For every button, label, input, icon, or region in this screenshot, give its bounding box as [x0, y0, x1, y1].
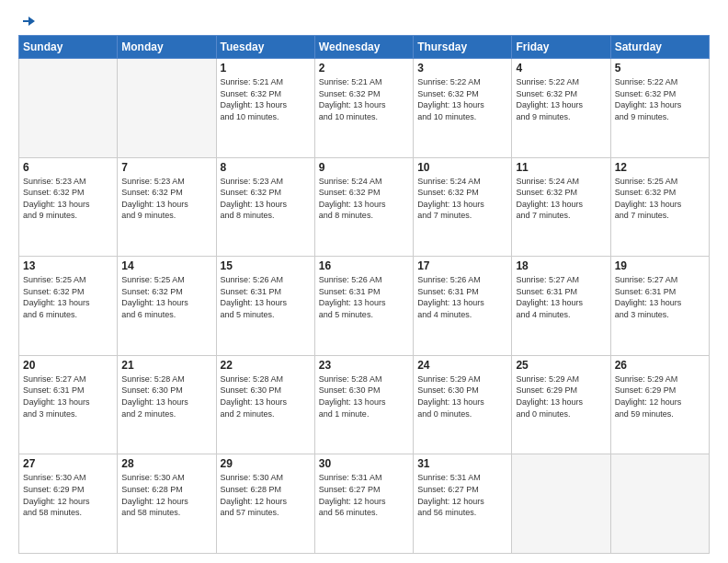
calendar-cell: 15Sunrise: 5:26 AM Sunset: 6:31 PM Dayli… — [216, 257, 314, 356]
weekday-header-row: SundayMondayTuesdayWednesdayThursdayFrid… — [19, 36, 710, 59]
calendar-cell: 7Sunrise: 5:23 AM Sunset: 6:32 PM Daylig… — [118, 157, 216, 257]
day-info: Sunrise: 5:31 AM Sunset: 6:27 PM Dayligh… — [319, 472, 409, 518]
calendar-cell: 28Sunrise: 5:30 AM Sunset: 6:28 PM Dayli… — [118, 454, 216, 554]
calendar-cell: 8Sunrise: 5:23 AM Sunset: 6:32 PM Daylig… — [216, 157, 314, 257]
calendar-cell: 13Sunrise: 5:25 AM Sunset: 6:32 PM Dayli… — [19, 257, 118, 356]
day-info: Sunrise: 5:22 AM Sunset: 6:32 PM Dayligh… — [615, 76, 705, 122]
calendar-cell: 4Sunrise: 5:22 AM Sunset: 6:32 PM Daylig… — [512, 59, 610, 158]
weekday-header: Monday — [118, 36, 216, 59]
day-number: 13 — [23, 259, 113, 272]
day-number: 31 — [417, 457, 507, 470]
day-number: 19 — [615, 259, 705, 272]
day-info: Sunrise: 5:24 AM Sunset: 6:32 PM Dayligh… — [319, 176, 409, 222]
calendar-cell — [610, 454, 709, 554]
day-number: 27 — [23, 457, 113, 470]
day-info: Sunrise: 5:28 AM Sunset: 6:30 PM Dayligh… — [121, 373, 211, 419]
calendar-cell: 2Sunrise: 5:21 AM Sunset: 6:32 PM Daylig… — [314, 59, 413, 158]
day-number: 9 — [319, 161, 409, 174]
day-info: Sunrise: 5:30 AM Sunset: 6:29 PM Dayligh… — [23, 472, 113, 518]
day-info: Sunrise: 5:23 AM Sunset: 6:32 PM Dayligh… — [121, 176, 211, 222]
day-number: 30 — [319, 457, 409, 470]
calendar-cell: 14Sunrise: 5:25 AM Sunset: 6:32 PM Dayli… — [118, 257, 216, 356]
calendar-cell: 19Sunrise: 5:27 AM Sunset: 6:31 PM Dayli… — [610, 257, 709, 356]
calendar-cell: 17Sunrise: 5:26 AM Sunset: 6:31 PM Dayli… — [414, 257, 512, 356]
day-info: Sunrise: 5:28 AM Sunset: 6:30 PM Dayligh… — [319, 373, 409, 419]
calendar-cell: 1Sunrise: 5:21 AM Sunset: 6:32 PM Daylig… — [216, 59, 314, 158]
day-info: Sunrise: 5:26 AM Sunset: 6:31 PM Dayligh… — [319, 274, 409, 320]
logo-flag-icon — [20, 15, 37, 31]
day-number: 3 — [417, 62, 507, 75]
calendar-week-row: 6Sunrise: 5:23 AM Sunset: 6:32 PM Daylig… — [19, 157, 710, 257]
calendar-cell: 5Sunrise: 5:22 AM Sunset: 6:32 PM Daylig… — [610, 59, 709, 158]
calendar-cell: 22Sunrise: 5:28 AM Sunset: 6:30 PM Dayli… — [216, 355, 314, 454]
day-info: Sunrise: 5:25 AM Sunset: 6:32 PM Dayligh… — [23, 274, 113, 320]
calendar-week-row: 27Sunrise: 5:30 AM Sunset: 6:29 PM Dayli… — [19, 454, 710, 554]
calendar-cell: 30Sunrise: 5:31 AM Sunset: 6:27 PM Dayli… — [314, 454, 413, 554]
day-info: Sunrise: 5:24 AM Sunset: 6:32 PM Dayligh… — [417, 176, 507, 222]
calendar-week-row: 1Sunrise: 5:21 AM Sunset: 6:32 PM Daylig… — [19, 59, 710, 158]
day-info: Sunrise: 5:27 AM Sunset: 6:31 PM Dayligh… — [615, 274, 705, 320]
day-number: 23 — [319, 359, 409, 372]
day-info: Sunrise: 5:23 AM Sunset: 6:32 PM Dayligh… — [23, 176, 113, 222]
day-number: 7 — [121, 161, 211, 174]
calendar-cell: 9Sunrise: 5:24 AM Sunset: 6:32 PM Daylig… — [314, 157, 413, 257]
day-info: Sunrise: 5:27 AM Sunset: 6:31 PM Dayligh… — [516, 274, 606, 320]
day-info: Sunrise: 5:22 AM Sunset: 6:32 PM Dayligh… — [516, 76, 606, 122]
day-number: 11 — [516, 161, 606, 174]
day-info: Sunrise: 5:29 AM Sunset: 6:29 PM Dayligh… — [516, 373, 606, 419]
day-number: 1 — [221, 62, 311, 75]
calendar-cell: 3Sunrise: 5:22 AM Sunset: 6:32 PM Daylig… — [414, 59, 512, 158]
calendar-cell: 23Sunrise: 5:28 AM Sunset: 6:30 PM Dayli… — [314, 355, 413, 454]
weekday-header: Friday — [512, 36, 610, 59]
calendar-cell: 31Sunrise: 5:31 AM Sunset: 6:27 PM Dayli… — [414, 454, 512, 554]
calendar-cell — [512, 454, 610, 554]
day-number: 12 — [615, 161, 705, 174]
day-number: 17 — [417, 259, 507, 272]
day-info: Sunrise: 5:21 AM Sunset: 6:32 PM Dayligh… — [221, 76, 311, 122]
day-number: 28 — [121, 457, 211, 470]
day-info: Sunrise: 5:27 AM Sunset: 6:31 PM Dayligh… — [23, 373, 113, 419]
day-number: 5 — [615, 62, 705, 75]
day-info: Sunrise: 5:28 AM Sunset: 6:30 PM Dayligh… — [221, 373, 311, 419]
day-number: 2 — [319, 62, 409, 75]
calendar-cell: 12Sunrise: 5:25 AM Sunset: 6:32 PM Dayli… — [610, 157, 709, 257]
calendar-cell: 27Sunrise: 5:30 AM Sunset: 6:29 PM Dayli… — [19, 454, 118, 554]
day-number: 20 — [23, 359, 113, 372]
day-number: 14 — [121, 259, 211, 272]
day-number: 8 — [221, 161, 311, 174]
day-number: 4 — [516, 62, 606, 75]
page: SundayMondayTuesdayWednesdayThursdayFrid… — [0, 0, 728, 563]
day-number: 6 — [23, 161, 113, 174]
calendar-cell: 18Sunrise: 5:27 AM Sunset: 6:31 PM Dayli… — [512, 257, 610, 356]
calendar-cell: 6Sunrise: 5:23 AM Sunset: 6:32 PM Daylig… — [19, 157, 118, 257]
day-info: Sunrise: 5:26 AM Sunset: 6:31 PM Dayligh… — [417, 274, 507, 320]
day-number: 15 — [221, 259, 311, 272]
calendar-cell: 26Sunrise: 5:29 AM Sunset: 6:29 PM Dayli… — [610, 355, 709, 454]
weekday-header: Wednesday — [314, 36, 413, 59]
day-info: Sunrise: 5:25 AM Sunset: 6:32 PM Dayligh… — [615, 176, 705, 222]
calendar-cell: 16Sunrise: 5:26 AM Sunset: 6:31 PM Dayli… — [314, 257, 413, 356]
calendar-cell: 24Sunrise: 5:29 AM Sunset: 6:30 PM Dayli… — [414, 355, 512, 454]
day-number: 29 — [221, 457, 311, 470]
calendar-cell: 25Sunrise: 5:29 AM Sunset: 6:29 PM Dayli… — [512, 355, 610, 454]
day-number: 10 — [417, 161, 507, 174]
day-info: Sunrise: 5:29 AM Sunset: 6:29 PM Dayligh… — [615, 373, 705, 419]
day-info: Sunrise: 5:26 AM Sunset: 6:31 PM Dayligh… — [221, 274, 311, 320]
weekday-header: Thursday — [414, 36, 512, 59]
calendar-cell: 10Sunrise: 5:24 AM Sunset: 6:32 PM Dayli… — [414, 157, 512, 257]
day-number: 18 — [516, 259, 606, 272]
calendar-table: SundayMondayTuesdayWednesdayThursdayFrid… — [18, 35, 710, 554]
day-info: Sunrise: 5:21 AM Sunset: 6:32 PM Dayligh… — [319, 76, 409, 122]
day-number: 24 — [417, 359, 507, 372]
day-number: 22 — [221, 359, 311, 372]
calendar-cell: 11Sunrise: 5:24 AM Sunset: 6:32 PM Dayli… — [512, 157, 610, 257]
day-info: Sunrise: 5:31 AM Sunset: 6:27 PM Dayligh… — [417, 472, 507, 518]
day-number: 26 — [615, 359, 705, 372]
day-info: Sunrise: 5:30 AM Sunset: 6:28 PM Dayligh… — [121, 472, 211, 518]
calendar-week-row: 13Sunrise: 5:25 AM Sunset: 6:32 PM Dayli… — [19, 257, 710, 356]
day-info: Sunrise: 5:22 AM Sunset: 6:32 PM Dayligh… — [417, 76, 507, 122]
weekday-header: Saturday — [610, 36, 709, 59]
day-info: Sunrise: 5:25 AM Sunset: 6:32 PM Dayligh… — [121, 274, 211, 320]
calendar-cell: 29Sunrise: 5:30 AM Sunset: 6:28 PM Dayli… — [216, 454, 314, 554]
logo — [18, 15, 37, 28]
